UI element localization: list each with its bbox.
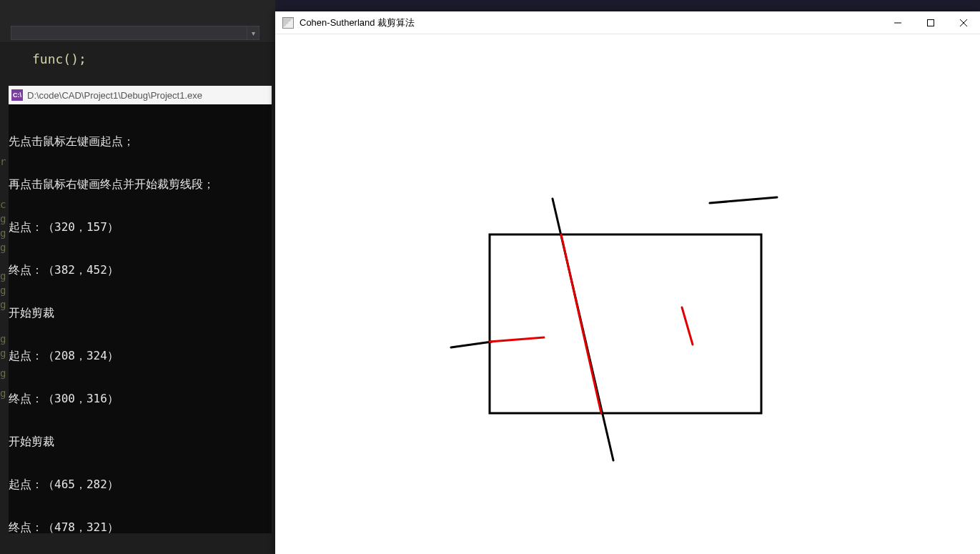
window-title: Cohen-Sutherland 裁剪算法 xyxy=(300,16,881,29)
gutter-char: g xyxy=(0,242,6,253)
console-line: 起点：（208，324） xyxy=(9,349,272,363)
svg-rect-4 xyxy=(490,234,761,413)
console-path: D:\code\CAD\Project1\Debug\Project1.exe xyxy=(27,90,202,101)
chevron-down-icon[interactable]: ▾ xyxy=(247,26,259,40)
svg-line-6 xyxy=(451,342,492,347)
maximize-icon xyxy=(927,19,934,26)
window-controls xyxy=(881,11,980,34)
code-line: func(); xyxy=(32,51,86,66)
svg-line-7 xyxy=(710,197,777,203)
svg-line-9 xyxy=(490,337,544,342)
gutter-char: g xyxy=(0,387,6,399)
gutter-char: g xyxy=(0,213,6,224)
gutter-char: g xyxy=(0,333,6,345)
console-line: 再点击鼠标右键画终点并开始裁剪线段； xyxy=(9,177,272,192)
ide-scope-dropdown[interactable] xyxy=(11,26,254,40)
console-line: 终点：（382，452） xyxy=(9,263,272,277)
console-line: 开始剪裁 xyxy=(9,435,272,449)
gutter-char: g xyxy=(0,347,6,359)
console-output[interactable]: 先点击鼠标左键画起点； 再点击鼠标右键画终点并开始裁剪线段； 起点：（320，1… xyxy=(9,104,272,533)
svg-line-8 xyxy=(561,234,601,413)
close-button[interactable] xyxy=(947,11,980,34)
svg-line-10 xyxy=(682,307,693,345)
app-icon xyxy=(282,17,294,29)
gutter-char: g xyxy=(0,367,6,379)
gutter-char: r xyxy=(0,156,6,167)
svg-rect-1 xyxy=(928,19,934,26)
gutter-char: g xyxy=(0,270,6,282)
gutter-char: g xyxy=(0,285,6,296)
console-line: 终点：（300，316） xyxy=(9,392,272,406)
console-icon: C:\ xyxy=(11,89,23,101)
maximize-button[interactable] xyxy=(914,11,947,34)
graphics-window: Cohen-Sutherland 裁剪算法 xyxy=(275,11,980,554)
minimize-icon xyxy=(894,19,901,26)
console-line: 终点：（478，321） xyxy=(9,520,272,535)
gutter-char: c xyxy=(0,199,6,210)
titlebar[interactable]: Cohen-Sutherland 裁剪算法 xyxy=(275,11,980,34)
console-tab[interactable]: C:\ D:\code\CAD\Project1\Debug\Project1.… xyxy=(9,86,272,104)
console-line: 起点：（465，282） xyxy=(9,478,272,492)
console-line: 开始剪裁 xyxy=(9,306,272,320)
console-line: 起点：（320，157） xyxy=(9,220,272,234)
graphics-canvas[interactable] xyxy=(275,34,980,554)
minimize-button[interactable] xyxy=(881,11,914,34)
gutter-char: g xyxy=(0,227,6,239)
graphics-svg xyxy=(275,34,980,554)
console-line: 先点击鼠标左键画起点； xyxy=(9,134,272,149)
gutter-char: g xyxy=(0,299,6,310)
close-icon xyxy=(960,19,967,26)
